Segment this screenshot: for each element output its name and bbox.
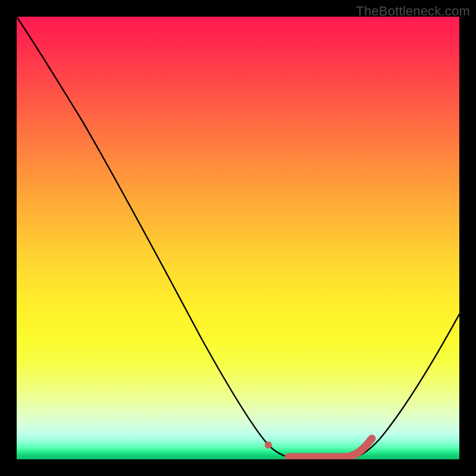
- curve-layer: [17, 17, 459, 459]
- highlight-dot-icon: [265, 441, 272, 449]
- highlight-segment: [289, 439, 372, 457]
- chart-canvas: TheBottleneck.com: [0, 0, 476, 476]
- plot-area: [17, 17, 459, 459]
- bottleneck-curve: [17, 17, 459, 459]
